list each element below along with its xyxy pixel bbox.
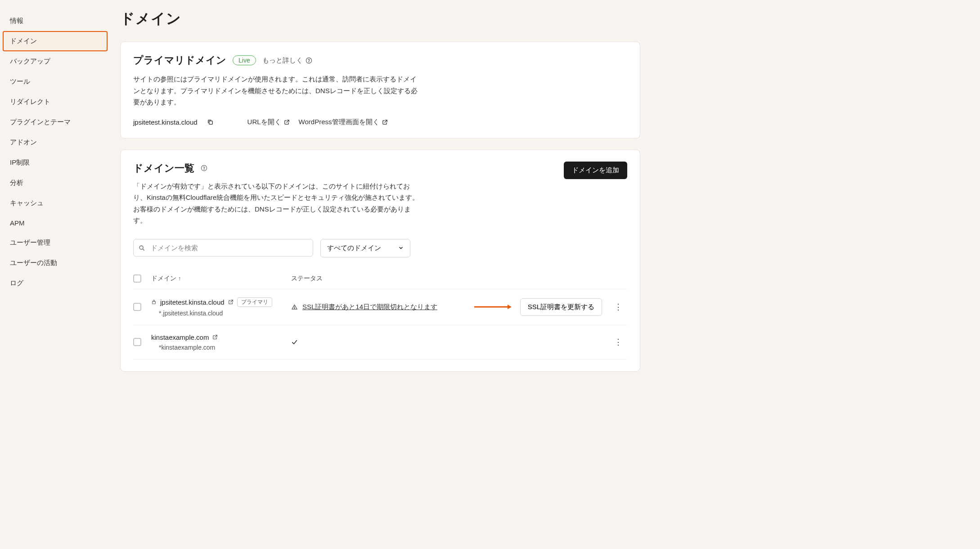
svg-rect-2 bbox=[209, 121, 212, 124]
help-icon[interactable] bbox=[201, 165, 207, 171]
row-menu-icon[interactable]: ⋮ bbox=[614, 338, 622, 346]
sidebar-item-10[interactable]: APM bbox=[0, 213, 110, 233]
column-status[interactable]: ステータス bbox=[291, 274, 595, 283]
domain-list-card: ドメイン一覧 「ドメインが有効です」と表示されている以下のドメインは、このサイト… bbox=[120, 149, 640, 372]
warning-icon bbox=[291, 304, 298, 310]
open-url-label: URLを開く bbox=[247, 118, 281, 126]
row-checkbox[interactable] bbox=[133, 303, 141, 311]
sidebar-item-0[interactable]: 情報 bbox=[0, 11, 110, 31]
column-domain-label: ドメイン bbox=[151, 274, 176, 282]
lock-icon bbox=[151, 299, 157, 305]
row-subdomain: *.jpsitetest.kinsta.cloud bbox=[151, 310, 284, 317]
arrow-annotation bbox=[473, 304, 512, 310]
domain-list-heading: ドメイン一覧 bbox=[133, 162, 194, 175]
renew-ssl-button[interactable]: SSL証明書を更新する bbox=[520, 298, 602, 316]
open-wp-label: WordPress管理画面を開く bbox=[299, 118, 379, 126]
sidebar-item-2[interactable]: バックアップ bbox=[0, 51, 110, 72]
sidebar-item-6[interactable]: アドオン bbox=[0, 132, 110, 153]
sidebar-item-5[interactable]: プラグインとテーマ bbox=[0, 112, 110, 132]
copy-icon[interactable] bbox=[207, 118, 214, 126]
sidebar-item-4[interactable]: リダイレクト bbox=[0, 92, 110, 112]
row-domain-name[interactable]: kinstaexample.com bbox=[151, 333, 209, 341]
primary-domain-heading: プライマリドメイン bbox=[133, 54, 226, 67]
primary-domain-value: jpsitetest.kinsta.cloud bbox=[133, 118, 198, 126]
column-domain[interactable]: ドメイン ↑ bbox=[151, 274, 284, 283]
help-icon bbox=[306, 57, 312, 64]
domain-table: ドメイン ↑ ステータス jpsitetest.kinsta.cloudプライマ… bbox=[133, 268, 627, 360]
learn-more-label: もっと詳しく bbox=[262, 56, 303, 65]
domain-list-description: 「ドメインが有効です」と表示されている以下のドメインは、このサイトに紐付けられて… bbox=[133, 180, 421, 226]
row-subdomain: *kinstaexample.com bbox=[151, 344, 284, 351]
sidebar-item-7[interactable]: IP制限 bbox=[0, 153, 110, 173]
main: ドメイン プライマリドメイン Live もっと詳しく サイトの参照にはプライマリ… bbox=[110, 0, 650, 549]
page-title: ドメイン bbox=[120, 9, 640, 29]
sidebar-item-8[interactable]: 分析 bbox=[0, 173, 110, 193]
primary-domain-description: サイトの参照にはプライマリドメインが使用されます。これは通常、訪問者に表示するド… bbox=[133, 73, 421, 108]
svg-rect-6 bbox=[153, 302, 156, 304]
sidebar-item-11[interactable]: ユーザー管理 bbox=[0, 233, 110, 253]
domain-filter-label: すべてのドメイン bbox=[327, 244, 381, 252]
sidebar-item-13[interactable]: ログ bbox=[0, 273, 110, 293]
search-icon bbox=[139, 245, 145, 251]
learn-more-link[interactable]: もっと詳しく bbox=[262, 56, 312, 65]
primary-badge: プライマリ bbox=[237, 297, 272, 307]
ssl-warning-link[interactable]: SSL証明書があと14日で期限切れとなります bbox=[302, 303, 437, 311]
external-link-icon[interactable] bbox=[212, 334, 218, 340]
sort-arrow-icon: ↑ bbox=[178, 275, 181, 282]
external-link-icon bbox=[284, 119, 290, 125]
sidebar-item-1[interactable]: ドメイン bbox=[3, 31, 108, 51]
table-row: jpsitetest.kinsta.cloudプライマリ*.jpsitetest… bbox=[133, 289, 627, 325]
add-domain-button[interactable]: ドメインを追加 bbox=[564, 162, 627, 179]
check-icon bbox=[291, 339, 298, 346]
live-badge: Live bbox=[233, 55, 256, 65]
external-link-icon[interactable] bbox=[228, 299, 234, 305]
select-all-checkbox[interactable] bbox=[133, 274, 141, 283]
domain-filter-select[interactable]: すべてのドメイン bbox=[320, 239, 410, 257]
sidebar: 情報ドメインバックアップツールリダイレクトプラグインとテーマアドオンIP制限分析… bbox=[0, 0, 110, 549]
external-link-icon bbox=[382, 119, 388, 125]
sidebar-item-3[interactable]: ツール bbox=[0, 72, 110, 92]
table-header: ドメイン ↑ ステータス bbox=[133, 268, 627, 289]
svg-point-7 bbox=[294, 308, 295, 308]
sidebar-item-9[interactable]: キャッシュ bbox=[0, 193, 110, 213]
svg-point-1 bbox=[309, 62, 309, 62]
row-domain-name[interactable]: jpsitetest.kinsta.cloud bbox=[160, 298, 225, 306]
chevron-down-icon bbox=[398, 245, 404, 251]
table-row: kinstaexample.com*kinstaexample.com⋮ bbox=[133, 325, 627, 360]
domain-search bbox=[133, 239, 313, 257]
primary-domain-card: プライマリドメイン Live もっと詳しく サイトの参照にはプライマリドメインが… bbox=[120, 41, 640, 139]
sidebar-item-12[interactable]: ユーザーの活動 bbox=[0, 253, 110, 273]
svg-point-4 bbox=[204, 169, 204, 170]
open-url-link[interactable]: URLを開く bbox=[247, 118, 290, 126]
open-wp-admin-link[interactable]: WordPress管理画面を開く bbox=[299, 118, 388, 126]
row-menu-icon[interactable]: ⋮ bbox=[614, 302, 622, 311]
row-checkbox[interactable] bbox=[133, 338, 141, 346]
column-status-label: ステータス bbox=[291, 274, 323, 283]
domain-search-input[interactable] bbox=[133, 239, 313, 256]
